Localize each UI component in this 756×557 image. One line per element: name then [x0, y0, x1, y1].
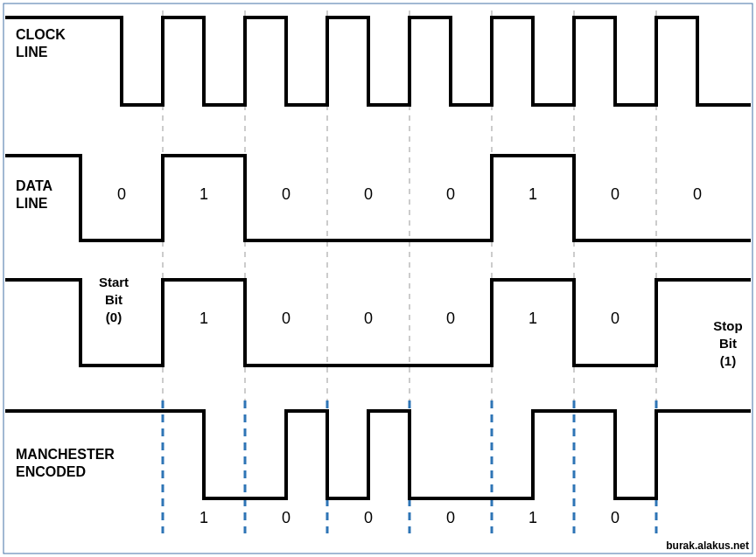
data-bit-7: 0 [693, 185, 702, 203]
manchester-waveform [5, 411, 751, 498]
timing-diagram-svg: CLOCK LINE DATA LINE 0 1 0 0 0 1 0 0 Sta… [0, 0, 756, 557]
frame-bit-2: 0 [364, 310, 373, 327]
frame-bit-0: 1 [200, 310, 208, 327]
data-line-row: DATA LINE 0 1 0 0 0 1 0 0 [5, 156, 751, 240]
man-bit-1: 0 [282, 509, 290, 526]
stopbit-l1: Stop [713, 318, 742, 333]
diagram-container: CLOCK LINE DATA LINE 0 1 0 0 0 1 0 0 Sta… [0, 0, 756, 557]
frame-bit-4: 1 [528, 310, 537, 327]
data-bit-6: 0 [611, 185, 620, 203]
manchester-label-1: MANCHESTER [16, 447, 115, 462]
manchester-row: MANCHESTER ENCODED 1 0 0 0 1 0 [5, 400, 751, 533]
man-bit-2: 0 [364, 509, 373, 526]
startbit-l1: Start [99, 275, 129, 289]
frame-bit-3: 0 [446, 310, 455, 327]
data-bit-5: 1 [528, 185, 537, 203]
credit-text: burak.alakus.net [666, 540, 749, 552]
framed-data-row: Start Bit (0) Stop Bit (1) 1 0 0 0 1 0 [5, 275, 751, 368]
data-label-2: LINE [16, 196, 48, 211]
frame-bit-1: 0 [282, 310, 290, 327]
clock-label-1: CLOCK [16, 27, 66, 42]
man-bit-3: 0 [446, 509, 455, 526]
manchester-label-2: ENCODED [16, 464, 86, 479]
stopbit-l2: Bit [719, 336, 737, 351]
stopbit-l3: (1) [720, 353, 736, 368]
man-bit-5: 0 [611, 509, 620, 526]
data-bit-2: 0 [282, 185, 290, 203]
data-bit-0: 0 [117, 185, 126, 203]
data-bit-1: 1 [200, 185, 208, 203]
man-bit-0: 1 [200, 509, 208, 526]
man-bit-4: 1 [528, 509, 537, 526]
startbit-l2: Bit [105, 292, 122, 307]
data-bit-4: 0 [446, 185, 455, 203]
data-label-1: DATA [16, 178, 53, 193]
clock-label-2: LINE [16, 45, 48, 59]
clock-line-row: CLOCK LINE [5, 17, 751, 105]
clock-waveform [5, 17, 751, 105]
frame-bit-5: 0 [611, 310, 620, 327]
startbit-l3: (0) [106, 310, 122, 324]
data-bit-3: 0 [364, 185, 373, 203]
